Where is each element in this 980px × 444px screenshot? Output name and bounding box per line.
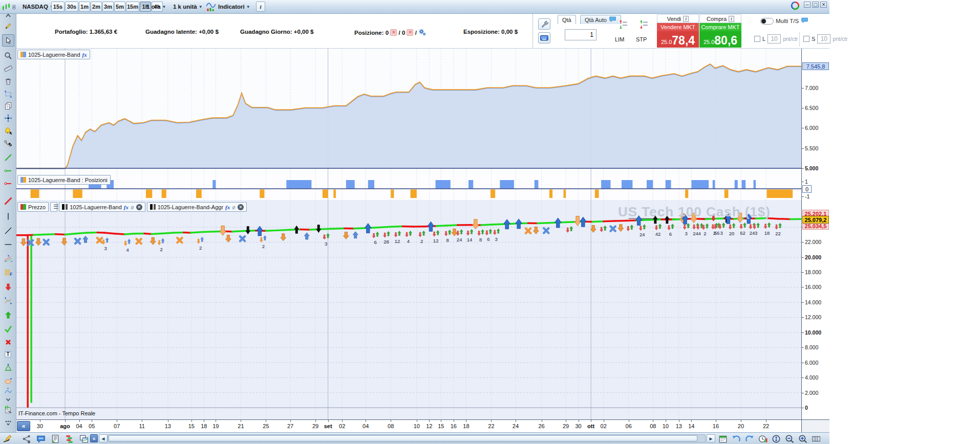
timeframe-button-1m[interactable]: 1m: [79, 2, 90, 12]
segment-red-icon[interactable]: [2, 177, 14, 190]
hide-indicator-icon[interactable]: ø: [232, 204, 236, 210]
history-icon[interactable]: [757, 434, 769, 443]
svg-text:24: 24: [640, 232, 645, 237]
price-panel[interactable]: 3422236281242128241486324426324422563206…: [16, 200, 801, 419]
close-position-icon[interactable]: [390, 29, 397, 36]
info-icon[interactable]: i: [729, 16, 734, 22]
ruler-icon[interactable]: [2, 62, 14, 75]
magnifier-icon[interactable]: [2, 50, 14, 62]
period-select[interactable]: 1 ora▼: [146, 2, 166, 12]
x-axis[interactable]: « 30ago040507111315181921252729set020408…: [16, 419, 801, 432]
tab-1025-laguerre-band[interactable]: 1025-Laguerre-Bandfxø✕: [59, 202, 145, 212]
line-red-icon[interactable]: [2, 195, 14, 207]
undo-icon[interactable]: [730, 434, 742, 443]
chat-icon[interactable]: [35, 434, 47, 443]
maximize-button[interactable]: ▢: [812, 2, 819, 8]
keyboard-button[interactable]: [538, 32, 550, 43]
orders-badge-icon[interactable]: 1: [2, 404, 14, 416]
positions-panel-tab[interactable]: 1025-Laguerre-Band : Posizioni: [17, 175, 111, 185]
collapse-scroll-button[interactable]: «: [90, 434, 98, 442]
tab-1025-laguerre-band-aggr[interactable]: 1025-Laguerre-Band-Aggrfxø✕: [147, 202, 247, 212]
collapse-left-button[interactable]: «: [17, 421, 30, 431]
x-red-icon[interactable]: [2, 336, 14, 348]
windows-icon[interactable]: [78, 434, 90, 443]
lim-button[interactable]: LIM: [615, 36, 624, 42]
fibonacci-icon[interactable]: F: [2, 267, 14, 279]
close-button[interactable]: ✕: [820, 2, 827, 8]
move-icon[interactable]: [2, 112, 14, 124]
timeframe-button-15m[interactable]: 15m: [126, 2, 139, 12]
equity-panel-tab[interactable]: 1025-Laguerre-Bandfx: [17, 50, 90, 59]
timeframe-button-2m[interactable]: 2m: [91, 2, 102, 12]
segment-green-icon[interactable]: [2, 165, 14, 177]
sell-price[interactable]: 25.078,4: [657, 31, 699, 48]
report-icon[interactable]: [49, 434, 61, 443]
indicators-menu[interactable]: Indicatori▼: [218, 2, 250, 12]
cursor-icon[interactable]: [2, 34, 14, 47]
more-dots-icon[interactable]: [2, 416, 14, 428]
chart-scrollbar[interactable]: [108, 434, 706, 442]
zoom-in-icon[interactable]: [797, 434, 809, 443]
trash-icon[interactable]: [2, 75, 14, 87]
tab-qty-auto[interactable]: Qtà Auto: [580, 15, 621, 24]
info-icon[interactable]: i: [683, 16, 689, 22]
sell-mkt-button[interactable]: Vendere MKT: [657, 23, 699, 31]
copy-icon[interactable]: [2, 100, 14, 112]
timeframe-button-30s[interactable]: 30s: [65, 2, 78, 12]
line-diagonal-icon[interactable]: [2, 225, 14, 237]
line-horizontal-icon[interactable]: [2, 238, 14, 251]
arrow-up-green-icon[interactable]: [2, 309, 14, 321]
calendar-icon[interactable]: [717, 434, 729, 443]
positions-icon[interactable]: [63, 434, 76, 443]
stp-button[interactable]: STP: [636, 36, 647, 42]
close-indicator-icon[interactable]: ✕: [136, 204, 142, 210]
arrow-down-red-icon[interactable]: [2, 281, 14, 293]
hide-indicator-icon[interactable]: ø: [131, 204, 134, 210]
tools-icon[interactable]: [2, 138, 14, 150]
timeframe-button-15s[interactable]: 15s: [51, 2, 65, 12]
channel-icon[interactable]: [2, 253, 14, 265]
close-indicator-icon[interactable]: ✕: [238, 204, 244, 210]
check-green-icon[interactable]: [2, 323, 14, 335]
position-settings-icon[interactable]: [418, 31, 427, 37]
share-icon[interactable]: [20, 434, 33, 443]
instrument-select[interactable]: NASDAQ▼: [23, 2, 54, 12]
scroll-left-button[interactable]: ◄: [99, 434, 108, 442]
limit-points-input[interactable]: [768, 34, 781, 43]
limit-checkbox[interactable]: [754, 36, 760, 42]
alarm-icon[interactable]: [2, 125, 14, 137]
multi-ts-toggle[interactable]: [760, 18, 774, 25]
triangle-icon[interactable]: [2, 362, 14, 374]
wrench-button[interactable]: [538, 18, 550, 30]
pencil-icon[interactable]: [2, 20, 14, 32]
text-tool-icon[interactable]: T: [2, 348, 14, 361]
info-button[interactable]: i: [256, 2, 265, 12]
tab-qty[interactable]: Qtà: [558, 15, 576, 24]
zone-select-icon[interactable]: [2, 88, 14, 100]
draw-pencil-icon[interactable]: [1, 434, 13, 443]
stop-points-input[interactable]: [817, 34, 830, 43]
qty-input[interactable]: [565, 29, 596, 40]
zoom-out-icon[interactable]: [783, 434, 796, 443]
positions-panel[interactable]: 1025-Laguerre-Band : Posizioni: [16, 174, 801, 200]
trendline-green-icon[interactable]: [2, 151, 14, 164]
pattern-icon[interactable]: [2, 295, 14, 307]
redo-icon[interactable]: [743, 434, 756, 443]
timeframe-button-5m[interactable]: 5m: [114, 2, 125, 12]
stop-checkbox[interactable]: [803, 36, 809, 42]
close-position-icon[interactable]: [407, 29, 413, 36]
units-select[interactable]: 1 k unità▼: [173, 2, 203, 12]
line-vertical-icon[interactable]: [2, 210, 14, 223]
scroll-right-button[interactable]: ►: [707, 434, 715, 442]
tab-prezzo[interactable]: Prezzo: [17, 202, 49, 212]
zoom-vertical-icon[interactable]: [770, 434, 782, 443]
scrollbar-thumb[interactable]: [109, 435, 697, 441]
grid-columns-icon[interactable]: [810, 434, 822, 443]
timeframe-button-3m[interactable]: 3m: [102, 2, 114, 12]
buy-price[interactable]: 25.080,6: [699, 31, 741, 48]
equity-panel[interactable]: 1025-Laguerre-Bandfx: [16, 49, 801, 174]
y-axis[interactable]: 7.545,87.0006.5006.0005.5005.0001-1024.0…: [801, 49, 829, 419]
buy-mkt-button[interactable]: Comprare MKT: [699, 23, 741, 31]
minimize-button[interactable]: ─: [804, 2, 811, 8]
legend-menu-button[interactable]: ☰: [50, 202, 57, 212]
